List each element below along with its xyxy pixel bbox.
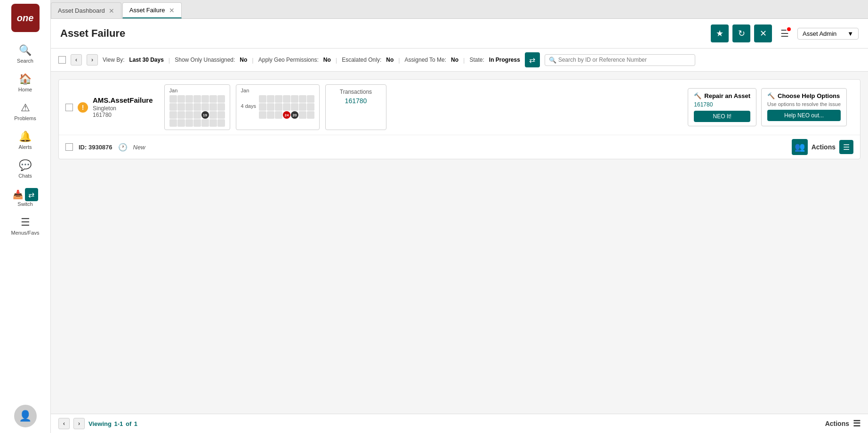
record-detail-row: ID: 3930876 🕐 New 👥 Actions ☰ xyxy=(59,135,860,159)
cal2-days-label: 4 days xyxy=(241,103,256,109)
star-button[interactable]: ★ xyxy=(711,25,729,42)
sidebar-item-home[interactable]: 🏠 Home xyxy=(0,68,50,97)
avatar[interactable]: 👤 xyxy=(14,405,37,427)
sidebar-item-problems[interactable]: ⚠ Problems xyxy=(0,97,50,126)
search-input[interactable] xyxy=(558,57,691,63)
cal-cell xyxy=(307,103,314,111)
help-card-repair: 🔨 Repair an Asset 161780 NEO It! xyxy=(688,88,756,126)
footer-prev-button[interactable]: ‹ xyxy=(58,418,70,429)
sidebar-label-chats: Chats xyxy=(18,173,32,179)
cal-cell xyxy=(185,103,193,111)
record-info: AMS.AssetFailure Singleton 161780 xyxy=(93,96,153,118)
cal-cell xyxy=(267,111,274,119)
cal-cell-highlight-19: 19 xyxy=(201,111,209,119)
assigned-value[interactable]: No xyxy=(451,57,458,63)
sidebar-label-alerts: Alerts xyxy=(18,144,32,150)
dropdown-chevron-icon: ▼ xyxy=(847,30,853,37)
sidebar-label-problems: Problems xyxy=(14,115,36,121)
sidebar-bottom: 👤 xyxy=(14,405,37,433)
tab-close-asset-failure[interactable]: ✕ xyxy=(169,7,175,14)
cal-cell xyxy=(291,95,298,103)
geo-value[interactable]: No xyxy=(323,57,331,63)
alerts-icon: 🔔 xyxy=(19,131,32,143)
record-status: New xyxy=(133,144,145,151)
help-card-options: 🔨 Choose Help Options Use options to res… xyxy=(761,88,847,126)
actions-button[interactable]: Actions xyxy=(812,143,836,151)
cal-cell xyxy=(275,103,282,111)
state-value[interactable]: In Progress xyxy=(489,57,520,63)
cal-block-1: Jan xyxy=(164,84,230,130)
tab-close-asset-dashboard[interactable]: ✕ xyxy=(109,7,114,15)
cal2-content: 4 days xyxy=(241,95,314,119)
cal-cell xyxy=(275,95,282,103)
help-card-repair-title: 🔨 Repair an Asset xyxy=(694,92,750,99)
app-logo[interactable]: one xyxy=(11,4,40,32)
main-content: Asset Dashboard ✕ Asset Failure ✕ Asset … xyxy=(51,0,868,433)
chats-icon: 💬 xyxy=(19,159,32,172)
unassigned-value[interactable]: No xyxy=(240,57,247,63)
next-page-button[interactable]: › xyxy=(87,54,98,65)
cal-cell xyxy=(177,111,185,119)
cal-cell xyxy=(169,119,177,127)
select-all-checkbox[interactable] xyxy=(58,56,66,64)
inbox-icon: 📥 xyxy=(13,189,23,200)
refresh-button[interactable]: ↻ xyxy=(732,25,750,42)
user-dropdown[interactable]: Asset Admin ▼ xyxy=(797,28,859,40)
sidebar-label-menus: Menus/Favs xyxy=(11,230,40,236)
escalated-value[interactable]: No xyxy=(386,57,394,63)
record-id-num: 161780 xyxy=(93,112,112,118)
actions-menu-button[interactable]: ☰ xyxy=(839,140,853,154)
sidebar-label-switch: Switch xyxy=(17,201,32,207)
cal-cell xyxy=(307,95,314,103)
tab-asset-dashboard[interactable]: Asset Dashboard ✕ xyxy=(51,2,121,18)
footer-actions-label: Actions xyxy=(825,420,849,427)
cal-cell xyxy=(299,95,306,103)
header-actions: ★ ↻ ✕ ☰ Asset Admin ▼ xyxy=(711,25,859,42)
menu-button[interactable]: ☰ xyxy=(776,25,794,42)
sidebar-item-chats[interactable]: 💬 Chats xyxy=(0,155,50,183)
status-clock-icon: 🕐 xyxy=(118,143,128,152)
footer-next-button[interactable]: › xyxy=(73,418,85,429)
cal-cell-highlight-20: 20 xyxy=(291,111,298,119)
problems-icon: ⚠ xyxy=(21,102,30,114)
actions-label: Actions xyxy=(812,143,836,151)
cal2-grid: 24 20 xyxy=(259,95,314,119)
cal-cell xyxy=(193,95,201,103)
sidebar-item-switch[interactable]: 📥 ⇄ Switch xyxy=(0,183,50,212)
sidebar-item-menus[interactable]: ☰ Menus/Favs xyxy=(0,212,50,240)
cal-cell xyxy=(169,111,177,119)
view-by-value[interactable]: Last 30 Days xyxy=(129,57,163,63)
transactions-block: Transactions 161780 xyxy=(325,84,386,130)
cal-cell xyxy=(283,95,290,103)
tab-asset-failure[interactable]: Asset Failure ✕ xyxy=(122,2,182,18)
actions-menu-icon: ☰ xyxy=(843,143,850,152)
sidebar-label-search: Search xyxy=(17,58,33,64)
state-label: State: xyxy=(470,57,484,63)
repair-title-text: Repair an Asset xyxy=(704,92,750,99)
help1-link[interactable]: 161780 xyxy=(694,101,750,108)
sidebar-item-alerts[interactable]: 🔔 Alerts xyxy=(0,126,50,155)
footer-actions-menu-icon: ☰ xyxy=(853,418,860,429)
cal-cell xyxy=(209,119,217,127)
prev-page-button[interactable]: ‹ xyxy=(71,54,82,65)
help-card-options-title: 🔨 Choose Help Options xyxy=(767,92,841,99)
transactions-link[interactable]: 161780 xyxy=(345,97,367,105)
help-neo-out-button[interactable]: Help NEO out... xyxy=(767,110,841,121)
filter-icon-button[interactable]: ⇄ xyxy=(525,52,540,67)
cal-cell xyxy=(201,95,209,103)
detail-checkbox[interactable] xyxy=(65,143,73,151)
neo-it-button[interactable]: NEO It! xyxy=(694,111,750,122)
close-button[interactable]: ✕ xyxy=(754,25,772,42)
cal-cell xyxy=(259,111,266,119)
record-checkbox[interactable] xyxy=(65,104,73,111)
assign-button[interactable]: 👥 xyxy=(792,139,808,155)
cal-cell xyxy=(185,95,193,103)
warning-icon: ! xyxy=(78,102,88,113)
user-name: Asset Admin xyxy=(803,30,836,37)
sidebar-item-search[interactable]: 🔍 Search xyxy=(0,40,50,68)
home-icon: 🏠 xyxy=(19,73,32,85)
calendar-blocks: Jan xyxy=(158,84,683,130)
menus-icon: ☰ xyxy=(21,216,30,229)
help-options-title-text: Choose Help Options xyxy=(778,92,840,99)
help-options-icon: 🔨 xyxy=(767,92,775,99)
